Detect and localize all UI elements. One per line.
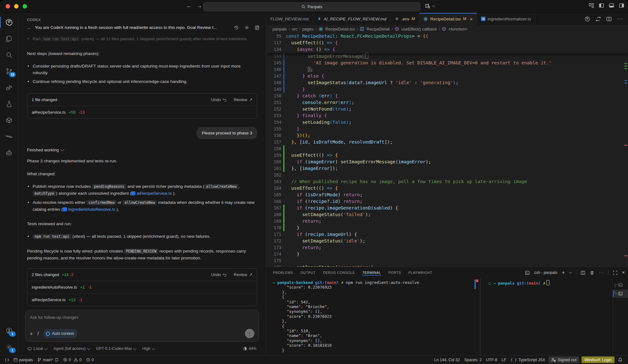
sync-changes-icon[interactable] — [596, 16, 601, 22]
more-actions-icon[interactable]: ··· — [599, 270, 604, 275]
terminal-dropdown-icon[interactable] — [569, 271, 572, 274]
attach-button[interactable]: + — [30, 330, 33, 337]
activitybar-item-assistant[interactable] — [0, 145, 18, 161]
toggle-primary-sidebar-icon[interactable] — [599, 3, 604, 8]
activitybar-item-accounts[interactable]: 1 — [0, 323, 18, 339]
tab-ingredientnormalizer-ts[interactable]: TSingredientNormalizer.ts — [477, 13, 535, 25]
changed-file-row[interactable]: ingredientAutoResolve.ts+1-1 — [27, 281, 257, 293]
breadcrumb-item[interactable]: useEffect() callback — [395, 27, 437, 31]
code-text: setImageStatus('generating'); — [286, 264, 376, 267]
settings-icon[interactable] — [244, 25, 249, 30]
breadcrumb-item[interactable]: RecipeDetail.tsx — [318, 27, 355, 31]
status-extra-item[interactable]: 0 — [84, 356, 96, 364]
eol-sequence[interactable]: LF — [499, 356, 508, 364]
agent-mode-selector[interactable]: Agent (full access) — [53, 345, 90, 352]
changed-file-row[interactable]: aiRecipeService.ts+59-13 — [27, 106, 257, 118]
breadcrumb-item[interactable]: <function> — [442, 27, 468, 31]
breadcrumb-item[interactable]: src — [292, 27, 297, 31]
undo-button[interactable]: Undo — [211, 96, 227, 103]
auto-context-icon — [46, 332, 50, 336]
split-editor-icon[interactable] — [606, 16, 612, 22]
activitybar-item-run-debug[interactable] — [0, 79, 18, 96]
activitybar-item-source-control[interactable]: 18 — [0, 63, 18, 79]
indentation[interactable]: Spaces: 2 — [462, 356, 484, 364]
command-center-search[interactable]: Panpals — [203, 2, 420, 11]
close-tab-icon[interactable]: × — [470, 16, 473, 22]
maximize-panel-icon[interactable] — [613, 270, 618, 275]
send-button[interactable]: ↑ — [245, 329, 254, 338]
breadcrumb-item[interactable]: panpals — [273, 27, 287, 31]
panel-tab-ports[interactable]: PORTS — [388, 268, 401, 277]
panel-tab-debug-console[interactable]: DEBUG CONSOLE — [323, 268, 355, 277]
reasoning-selector[interactable]: High — [142, 345, 154, 352]
new-terminal-icon[interactable]: + — [562, 269, 565, 276]
code-editor[interactable]: 55const RecipeDetail: React.FC<RecipeDet… — [266, 33, 628, 267]
terminal-split[interactable]: ○ → panpals git:(main) ✗ — [480, 278, 628, 355]
bullet-text: npm run test:api (vitest) — all tests pa… — [33, 233, 210, 240]
activitybar-item-codex[interactable] — [0, 14, 18, 30]
cursor-position[interactable]: Ln 144, Col 32 — [432, 356, 462, 364]
toggle-secondary-sidebar-icon[interactable] — [619, 3, 624, 8]
file-link[interactable]: aiRecipeService.ts — [131, 191, 172, 196]
more-actions-icon[interactable]: ··· — [617, 16, 623, 22]
environment-selector[interactable]: Local — [28, 345, 47, 352]
zoom-window-button[interactable] — [23, 4, 27, 8]
split-terminal-icon[interactable] — [581, 270, 585, 275]
breadcrumb-item[interactable]: RecipeDetail — [360, 27, 390, 31]
composer-input[interactable]: Ask for follow-up changes — [30, 314, 254, 321]
model-selector[interactable]: GPT-5.1-Codex-Max — [96, 345, 136, 352]
back-icon[interactable]: ← — [27, 25, 32, 30]
auto-context-toggle[interactable]: Auto context — [43, 329, 78, 338]
diff-removed: -13 — [79, 109, 85, 116]
remote-indicator[interactable] — [3, 356, 11, 364]
panel-tab-playwright[interactable]: PLAYWRIGHT — [408, 268, 433, 277]
windsurf-login-button[interactable]: Windsurf: Login — [582, 356, 614, 363]
close-panel-icon[interactable]: × — [622, 270, 625, 275]
tab-recipedetail-tsx[interactable]: RecipeDetail.tsxM× — [419, 13, 477, 25]
kill-terminal-icon[interactable] — [590, 270, 594, 275]
minimize-window-button[interactable] — [14, 4, 19, 8]
activitybar-item-explorer[interactable] — [0, 30, 18, 47]
tab-ai-recipe-flow-review-md[interactable]: AI_RECIPE_FLOW_REVIEW.md — [313, 13, 391, 25]
notifications-bell-icon[interactable] — [616, 356, 625, 364]
activitybar-item-testing[interactable] — [0, 96, 18, 112]
finished-working-toggle[interactable]: Finished working — [27, 147, 257, 153]
language-mode[interactable]: { } TypeScript JSX — [508, 356, 547, 364]
ai-session-button[interactable] — [425, 3, 435, 9]
toggle-panel-icon[interactable] — [609, 3, 614, 8]
nav-back-button[interactable]: ← — [187, 3, 192, 9]
panel-tab-problems[interactable]: PROBLEMS — [273, 268, 293, 277]
panel-tab-terminal[interactable]: TERMINAL — [362, 268, 381, 277]
close-window-button[interactable] — [6, 4, 10, 8]
activitybar-item-windsurf[interactable] — [0, 128, 18, 145]
activitybar-item-settings[interactable]: 1 — [0, 339, 18, 355]
tab--env[interactable]: .envM — [391, 13, 419, 25]
terminal-tab-item-active[interactable] — [613, 290, 628, 298]
composer[interactable]: Ask for follow-up changes+/Auto context↑ — [25, 310, 259, 342]
breadcrumb-item[interactable]: pages — [302, 27, 313, 31]
slash-command-button[interactable]: / — [37, 330, 39, 337]
changed-file-row[interactable]: aiRecipeService.ts+13-1 — [27, 293, 257, 306]
encoding[interactable]: UTF-8 — [484, 356, 499, 364]
activitybar-item-search[interactable] — [0, 47, 18, 63]
nav-forward-button[interactable]: → — [197, 3, 202, 9]
edit-icon[interactable] — [255, 25, 260, 30]
customize-layout-icon[interactable] — [589, 3, 594, 8]
terminal-tab-item[interactable] — [613, 281, 628, 289]
signed-out-item[interactable]: Signed out — [549, 356, 579, 363]
git-branch-item[interactable]: main* — [35, 356, 61, 364]
terminal-main[interactable]: → panpals-backend git:(main) ✗ npm run i… — [266, 278, 480, 355]
panel-tab-output[interactable]: OUTPUT — [300, 268, 316, 277]
workspace-item[interactable]: panpals — [11, 356, 35, 364]
review-button[interactable]: Review↗ — [234, 96, 252, 103]
tab-flow-review-md[interactable]: FLOW_REVIEW.md — [266, 13, 313, 25]
history-icon[interactable] — [234, 25, 239, 30]
panel-header: PROBLEMSOUTPUTDEBUG CONSOLETERMINALPORTS… — [266, 267, 628, 278]
problems-item[interactable]: 0 0 — [61, 356, 84, 364]
activitybar-item-containers[interactable] — [0, 112, 18, 128]
undo-button[interactable]: Undo — [211, 271, 227, 278]
gutter-modified-indicator — [281, 66, 286, 73]
codex-logo-icon[interactable] — [584, 16, 590, 22]
file-link[interactable]: ingredientAutoResolve.ts — [63, 207, 115, 212]
review-button[interactable]: Review↗ — [234, 271, 252, 278]
